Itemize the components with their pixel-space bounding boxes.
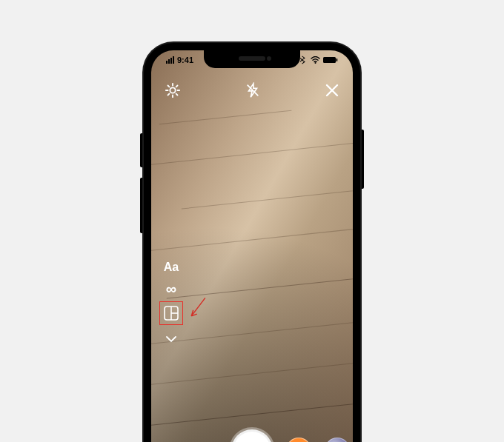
svg-rect-2 bbox=[336, 58, 338, 61]
annotation-highlight bbox=[159, 301, 183, 325]
battery-icon bbox=[323, 56, 338, 64]
filter-button-1[interactable] bbox=[286, 438, 311, 442]
settings-button[interactable] bbox=[165, 82, 181, 101]
filter-button-2[interactable] bbox=[325, 438, 350, 442]
camera-viewfinder: 9:41 bbox=[151, 50, 353, 442]
flash-off-icon bbox=[245, 82, 261, 98]
bluetooth-icon bbox=[300, 56, 308, 64]
more-tools-button[interactable] bbox=[165, 332, 177, 346]
status-bar: 9:41 bbox=[151, 54, 353, 66]
annotation-arrow bbox=[181, 294, 213, 322]
shutter-button[interactable] bbox=[231, 429, 273, 442]
boomerang-button[interactable]: ∞ bbox=[166, 284, 176, 294]
chevron-down-icon bbox=[165, 335, 177, 343]
wifi-icon bbox=[311, 56, 320, 64]
status-time: 9:41 bbox=[177, 56, 193, 64]
svg-point-0 bbox=[315, 62, 316, 64]
signal-icon bbox=[166, 56, 174, 64]
svg-point-3 bbox=[170, 87, 175, 93]
flash-button[interactable] bbox=[245, 82, 261, 101]
text-tool-button[interactable]: Aa bbox=[164, 261, 179, 274]
phone-frame: 9:41 bbox=[144, 43, 360, 442]
close-icon bbox=[325, 83, 339, 98]
svg-rect-1 bbox=[323, 57, 336, 63]
svg-line-10 bbox=[187, 298, 210, 316]
close-button[interactable] bbox=[325, 83, 339, 101]
gear-icon bbox=[165, 82, 181, 98]
